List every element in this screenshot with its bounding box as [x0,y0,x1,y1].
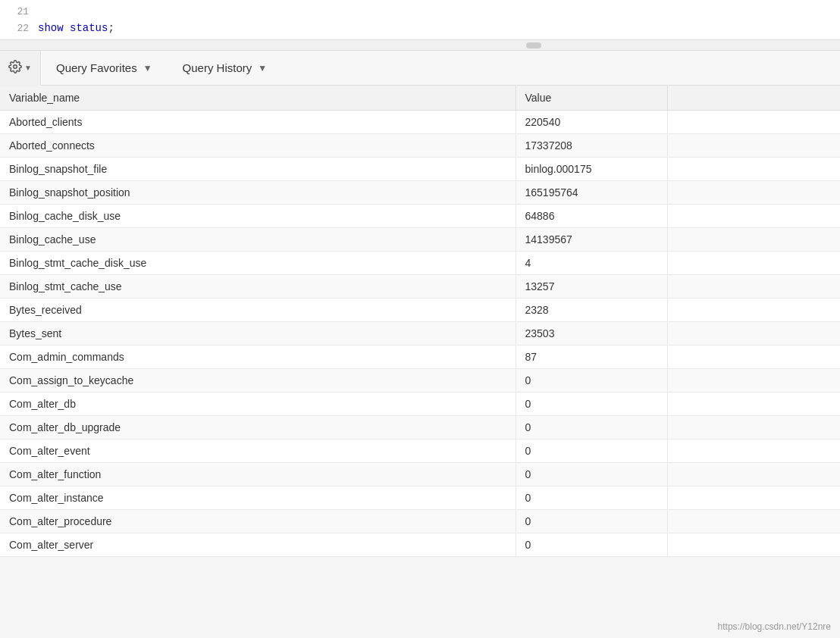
cell-variable: Com_alter_function [0,463,516,486]
cell-value: 23503 [516,322,667,346]
cell-variable: Aborted_connects [0,134,516,158]
table-row: Com_alter_db_upgrade0 [0,416,840,439]
cell-variable: Binlog_stmt_cache_use [0,275,516,299]
table-body: Aborted_clients220540Aborted_connects173… [0,111,840,557]
table-row: Binlog_stmt_cache_disk_use4 [0,252,840,275]
gear-chevron-icon: ▼ [24,64,32,72]
column-header-value: Value [516,86,667,111]
cell-variable: Com_assign_to_keycache [0,369,516,392]
cell-variable: Com_alter_event [0,439,516,463]
cell-variable: Bytes_sent [0,322,516,346]
code-content-22: show status; [38,22,114,34]
cell-variable: Binlog_snapshot_file [0,158,516,181]
cell-variable: Com_alter_instance [0,486,516,510]
table-row: Binlog_cache_use14139567 [0,228,840,252]
cell-extra [667,510,840,533]
horizontal-scrollbar[interactable] [0,40,840,51]
cell-variable: Aborted_clients [0,111,516,134]
cell-extra [667,322,840,346]
query-favorites-button[interactable]: Query Favorites ▼ [41,51,168,86]
table-row: Binlog_snapshot_position165195764 [0,181,840,205]
code-editor: 21 22 show status; [0,0,840,40]
cell-variable: Binlog_stmt_cache_disk_use [0,252,516,275]
sql-semicolon: ; [108,22,114,34]
table-row: Com_alter_instance0 [0,486,840,510]
table-row: Com_alter_function0 [0,463,840,486]
watermark: https://blog.csdn.net/Y12nre [718,621,831,632]
cell-extra [667,369,840,392]
cell-extra [667,275,840,299]
table-row: Com_admin_commands87 [0,346,840,369]
cell-extra [667,299,840,322]
cell-extra [667,111,840,134]
cell-extra [667,158,840,181]
cell-value: 220540 [516,111,667,134]
results-table: Variable_name Value Aborted_clients22054… [0,86,840,557]
cell-variable: Com_alter_server [0,533,516,557]
sql-keyword: show status [38,22,108,34]
cell-variable: Com_admin_commands [0,346,516,369]
table-row: Aborted_clients220540 [0,111,840,134]
line-number-22: 22 [6,23,29,34]
table-row: Binlog_snapshot_filebinlog.000175 [0,158,840,181]
cell-extra [667,134,840,158]
query-history-chevron-icon: ▼ [258,63,267,73]
table-row: Binlog_cache_disk_use64886 [0,205,840,228]
cell-value: 87 [516,346,667,369]
cell-variable: Com_alter_procedure [0,510,516,533]
cell-value: 0 [516,463,667,486]
cell-variable: Bytes_received [0,299,516,322]
cell-extra [667,486,840,510]
cell-variable: Binlog_cache_disk_use [0,205,516,228]
cell-value: 0 [516,486,667,510]
query-history-label: Query History [183,61,252,74]
cell-value: 0 [516,439,667,463]
code-line-22: 22 show status; [0,20,840,36]
cell-extra [667,252,840,275]
table-row: Com_alter_event0 [0,439,840,463]
line-number-21: 21 [6,6,29,17]
table-row: Bytes_received2328 [0,299,840,322]
cell-variable: Binlog_cache_use [0,228,516,252]
query-favorites-label: Query Favorites [56,61,137,74]
table-row: Com_assign_to_keycache0 [0,369,840,392]
code-line-21: 21 [0,3,840,20]
cell-extra [667,228,840,252]
cell-value: 17337208 [516,134,667,158]
cell-value: 165195764 [516,181,667,205]
column-header-extra [667,86,840,111]
cell-extra [667,463,840,486]
cell-variable: Com_alter_db [0,392,516,416]
table-row: Com_alter_procedure0 [0,510,840,533]
cell-value: binlog.000175 [516,158,667,181]
cell-value: 13257 [516,275,667,299]
cell-extra [667,439,840,463]
cell-value: 0 [516,369,667,392]
query-history-button[interactable]: Query History ▼ [168,51,283,86]
cell-value: 14139567 [516,228,667,252]
cell-value: 0 [516,533,667,557]
table-row: Com_alter_db0 [0,392,840,416]
svg-point-0 [14,65,17,69]
cell-extra [667,416,840,439]
cell-extra [667,346,840,369]
cell-extra [667,205,840,228]
cell-extra [667,181,840,205]
column-header-variable: Variable_name [0,86,516,111]
gear-button[interactable]: ▼ [0,51,41,86]
table-row: Binlog_stmt_cache_use13257 [0,275,840,299]
cell-value: 2328 [516,299,667,322]
cell-value: 64886 [516,205,667,228]
cell-extra [667,533,840,557]
results-container[interactable]: Variable_name Value Aborted_clients22054… [0,86,840,638]
scrollbar-thumb[interactable] [526,42,541,48]
table-row: Com_alter_server0 [0,533,840,557]
table-row: Bytes_sent23503 [0,322,840,346]
cell-variable: Binlog_snapshot_position [0,181,516,205]
cell-value: 4 [516,252,667,275]
table-header-row: Variable_name Value [0,86,840,111]
toolbar: ▼ Query Favorites ▼ Query History ▼ [0,51,840,86]
cell-variable: Com_alter_db_upgrade [0,416,516,439]
cell-extra [667,392,840,416]
table-row: Aborted_connects17337208 [0,134,840,158]
